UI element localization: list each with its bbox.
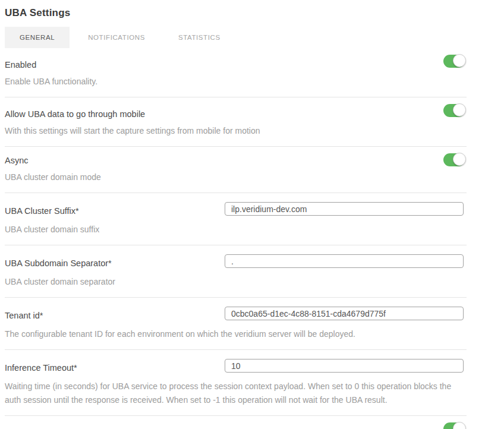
setting-row-use-compact-inference: Use Compact Inference UBA compact data i… bbox=[5, 416, 467, 429]
toggle-use-compact-inference[interactable] bbox=[443, 422, 465, 429]
tab-notifications[interactable]: NOTIFICATIONS bbox=[73, 27, 160, 48]
toggle-knob bbox=[453, 153, 466, 166]
setting-row-cluster-suffix: UBA Cluster Suffix* UBA cluster domain s… bbox=[5, 193, 467, 245]
setting-title: Async bbox=[5, 154, 467, 167]
toggle-knob bbox=[453, 422, 466, 429]
setting-description: The configurable tenant ID for each envi… bbox=[5, 327, 467, 341]
setting-description: UBA cluster domain suffix bbox=[5, 223, 467, 236]
setting-title: Use Compact Inference bbox=[5, 427, 467, 429]
setting-row-allow-mobile: Allow UBA data to go through mobile With… bbox=[5, 97, 467, 147]
setting-row-tenant-id: Tenant id* The configurable tenant ID fo… bbox=[5, 298, 467, 350]
tab-statistics[interactable]: STATISTICS bbox=[163, 27, 235, 48]
page-title: UBA Settings bbox=[5, 0, 467, 27]
toggle-allow-mobile[interactable] bbox=[443, 104, 465, 117]
tab-bar: GENERAL NOTIFICATIONS STATISTICS bbox=[5, 27, 467, 48]
tab-general[interactable]: GENERAL bbox=[5, 27, 70, 48]
setting-description: UBA cluster domain separator bbox=[5, 275, 467, 289]
setting-row-inference-timeout: Inference Timeout* Waiting time (in seco… bbox=[5, 350, 467, 416]
toggle-async[interactable] bbox=[443, 153, 465, 166]
setting-row-enabled: Enabled Enable UBA functionality. bbox=[5, 48, 467, 97]
tenant-id-input[interactable] bbox=[225, 307, 464, 320]
cluster-suffix-input[interactable] bbox=[225, 202, 464, 216]
setting-description: With this settings will start the captur… bbox=[5, 124, 467, 138]
subdomain-separator-input[interactable] bbox=[225, 254, 464, 268]
uba-settings-page: UBA Settings GENERAL NOTIFICATIONS STATI… bbox=[5, 0, 467, 429]
setting-title: Enabled bbox=[5, 59, 467, 71]
setting-description: Waiting time (in seconds) for UBA servic… bbox=[5, 380, 467, 407]
setting-description: Enable UBA functionality. bbox=[5, 75, 467, 89]
toggle-knob bbox=[453, 103, 466, 116]
setting-description: UBA cluster domain mode bbox=[5, 171, 467, 184]
toggle-enabled[interactable] bbox=[443, 55, 465, 68]
toggle-knob bbox=[453, 54, 466, 67]
setting-row-async: Async UBA cluster domain mode bbox=[5, 147, 467, 193]
setting-title: Allow UBA data to go through mobile bbox=[5, 108, 467, 121]
setting-row-subdomain-separator: UBA Subdomain Separator* UBA cluster dom… bbox=[5, 245, 467, 298]
inference-timeout-input[interactable] bbox=[225, 359, 464, 373]
